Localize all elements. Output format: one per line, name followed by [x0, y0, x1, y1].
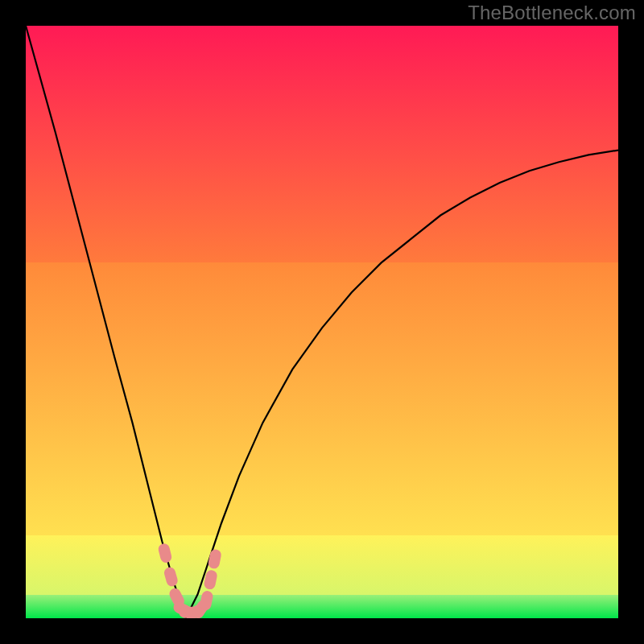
watermark-text: TheBottleneck.com: [468, 2, 636, 24]
gradient-background: [26, 26, 618, 618]
bottleneck-chart: [26, 26, 618, 618]
chart-frame: TheBottleneck.com: [0, 0, 644, 644]
